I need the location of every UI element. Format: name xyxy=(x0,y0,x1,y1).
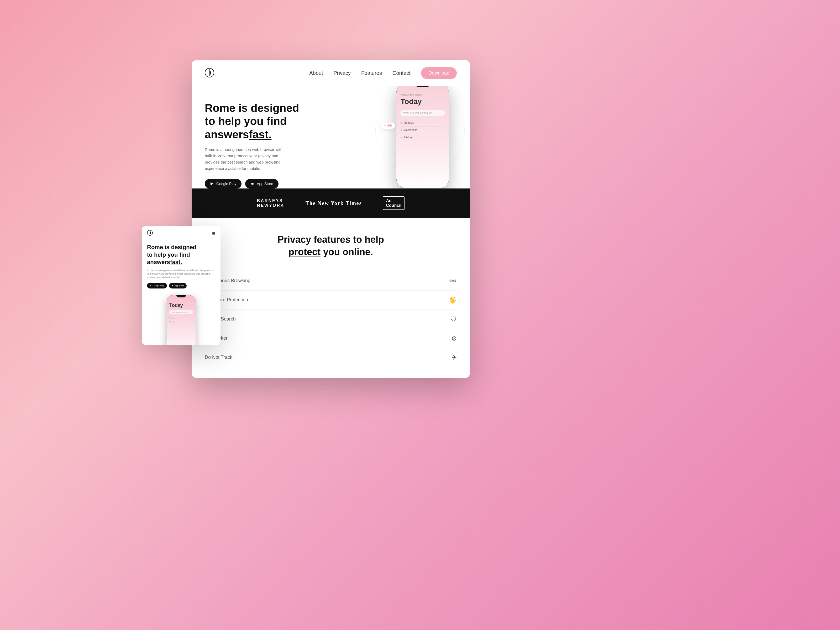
mobile-nav-logo[interactable] xyxy=(147,230,153,237)
mobile-phone-notch xyxy=(177,295,186,297)
press-bar: BARNEYSNEWYORK The New York Times AdCoun… xyxy=(192,188,470,218)
mobile-today-label: Today xyxy=(169,303,193,308)
nav-links: About Privacy Features Contact Download xyxy=(309,67,457,79)
ad-blocker-icon: ⊘ xyxy=(452,335,457,342)
phone-mockup: FRIDAY, MARCH 22 Today What are you look… xyxy=(396,86,449,188)
mobile-menu-settings: Settings › xyxy=(169,316,193,320)
feature-private-search: Private Search 🛡 xyxy=(205,310,457,329)
privacy-section: Privacy features to help protect you onl… xyxy=(192,218,470,378)
mobile-apple-icon xyxy=(172,285,174,287)
phone-screen: FRIDAY, MARCH 22 Today What are you look… xyxy=(396,86,449,188)
hero-section: Rome is designed to help you find answer… xyxy=(192,86,470,188)
nav-download-button[interactable]: Download xyxy=(421,67,457,79)
mobile-nav: ≡ xyxy=(142,226,221,241)
mobile-app-store-button[interactable]: App Store xyxy=(169,283,187,289)
mobile-menu-history: History › xyxy=(169,320,193,324)
mobile-phone-mockup: Today What are you looking for? Settings… xyxy=(167,295,196,345)
feature-do-not-track: Do Not Track ✈ xyxy=(205,348,457,367)
hamburger-menu[interactable]: ≡ xyxy=(212,231,215,237)
feature-anonymous-browsing: Anonymous Browsing 👓 xyxy=(205,272,457,291)
barneys-logo: BARNEYSNEWYORK xyxy=(257,199,284,208)
nav-logo[interactable] xyxy=(205,68,214,79)
hero-cta-buttons: Google Play App Store xyxy=(205,179,299,188)
hero-title: Rome is designed to help you find answer… xyxy=(205,102,299,141)
ad-council-logo: AdCouncil xyxy=(383,196,404,210)
nav-about[interactable]: About xyxy=(309,70,323,76)
mobile-phone-container: Today What are you looking for? Settings… xyxy=(142,293,221,345)
mobile-hero-section: Rome is designed to help you find answer… xyxy=(142,241,221,293)
hero-content: Rome is designed to help you find answer… xyxy=(205,96,299,188)
password-protection-icon: 🖐 xyxy=(449,296,457,304)
mobile-google-play-button[interactable]: Google Play xyxy=(147,283,167,289)
main-browser-window: About Privacy Features Contact Download … xyxy=(192,60,470,378)
mobile-google-play-icon xyxy=(150,285,152,287)
privacy-title: Privacy features to help protect you onl… xyxy=(205,234,457,258)
nyt-logo: The New York Times xyxy=(305,200,362,206)
anonymous-browsing-icon: 👓 xyxy=(449,277,457,284)
phone-settings-item: Settings xyxy=(401,119,445,126)
nav-privacy[interactable]: Privacy xyxy=(333,70,351,76)
mobile-cta-buttons: Google Play App Store xyxy=(147,283,215,289)
apple-icon xyxy=(250,182,255,186)
hero-phone-container: FRIDAY, MARCH 22 Today What are you look… xyxy=(370,86,459,188)
phone-search-bar: What are you looking for? xyxy=(401,110,445,116)
feature-password-protection: Password Protection 🖐 xyxy=(205,291,457,310)
mobile-browser-window: ≡ Rome is designed to help you find answ… xyxy=(142,226,221,345)
mobile-hero-description: Rome is a next-generation web browser wi… xyxy=(147,269,215,279)
nav-contact[interactable]: Contact xyxy=(392,70,411,76)
phone-today-label: Today xyxy=(401,97,445,106)
app-store-button[interactable]: App Store xyxy=(245,179,278,188)
mobile-hero-title: Rome is designed to help you find answer… xyxy=(147,243,215,266)
phone-downloads-item: Downloads xyxy=(401,126,445,134)
hero-description: Rome is a next-generation web browser wi… xyxy=(205,147,284,172)
nav-features[interactable]: Features xyxy=(361,70,382,76)
mobile-search-bar: What are you looking for? xyxy=(169,310,193,314)
mobile-phone-screen: Today What are you looking for? Settings… xyxy=(167,295,196,345)
phone-history-item: History xyxy=(401,134,445,141)
google-play-icon xyxy=(210,182,214,186)
edit-bubble: ✏ Edit xyxy=(381,123,395,129)
phone-date: FRIDAY, MARCH 22 xyxy=(401,94,445,96)
google-play-button[interactable]: Google Play xyxy=(205,179,242,188)
do-not-track-icon: ✈ xyxy=(452,354,457,361)
feature-ad-blocker: Ad Blocker ⊘ xyxy=(205,329,457,348)
private-search-icon: 🛡 xyxy=(450,316,457,323)
nav-bar: About Privacy Features Contact Download xyxy=(192,60,470,86)
